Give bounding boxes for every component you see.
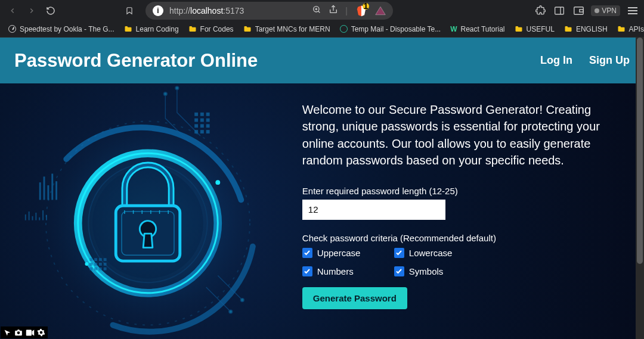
svg-rect-36: [206, 130, 210, 133]
extensions-icon[interactable]: [534, 4, 547, 17]
svg-rect-8: [574, 7, 583, 14]
checkbox-checked-icon: [302, 248, 312, 258]
svg-rect-46: [94, 267, 97, 270]
svg-rect-37: [90, 258, 93, 261]
intro-text: Welcome to our Secure Password Generator…: [302, 101, 612, 169]
bookmark-speedtest[interactable]: Speedtest by Ookla - The G...: [8, 25, 114, 33]
svg-rect-32: [200, 124, 204, 127]
site-info-icon[interactable]: i: [153, 5, 163, 16]
bookmark-page-icon[interactable]: [122, 3, 137, 18]
svg-rect-30: [206, 118, 210, 122]
circle-icon: [340, 25, 348, 33]
svg-line-3: [318, 11, 320, 13]
svg-rect-44: [104, 263, 107, 266]
criteria-uppercase[interactable]: Uppercase: [302, 248, 392, 258]
settings-tool-icon[interactable]: [36, 328, 47, 337]
hero-section: Welcome to our Secure Password Generator…: [0, 83, 644, 339]
forward-button[interactable]: [24, 3, 39, 18]
criteria-numbers-label: Numbers: [317, 266, 354, 276]
svg-rect-48: [104, 267, 107, 270]
menu-button[interactable]: [626, 4, 639, 17]
vpn-status-dot-icon: [595, 8, 599, 13]
bookmark-temp-mail[interactable]: Temp Mail - Disposable Te...: [340, 25, 441, 33]
bookmark-for-codes[interactable]: For Codes: [188, 25, 234, 33]
criteria-uppercase-label: Uppercase: [317, 248, 361, 258]
login-link[interactable]: Log In: [540, 54, 572, 67]
zoom-icon[interactable]: [312, 5, 321, 16]
svg-rect-35: [200, 130, 204, 133]
dev-overlay-tools: [1, 326, 48, 338]
signup-link[interactable]: Sign Up: [589, 54, 630, 67]
svg-rect-28: [195, 118, 199, 122]
checkbox-checked-icon: [302, 266, 312, 276]
criteria-label: Check password criteria (Recommended def…: [302, 233, 620, 243]
svg-point-67: [17, 331, 20, 334]
svg-point-66: [85, 262, 89, 266]
svg-rect-25: [195, 112, 199, 116]
bookmark-english[interactable]: ENGLISH: [564, 25, 608, 33]
back-button[interactable]: [5, 3, 20, 18]
app-header: Password Generator Online Log In Sign Up: [0, 38, 644, 83]
length-input[interactable]: [302, 200, 445, 220]
svg-marker-69: [32, 329, 34, 335]
camera-tool-icon[interactable]: [13, 328, 24, 337]
bookmark-learn-coding[interactable]: Learn Coding: [124, 25, 179, 33]
svg-marker-5: [376, 7, 386, 15]
sidepanel-icon[interactable]: [553, 4, 566, 17]
bookmark-useful[interactable]: USEFUL: [515, 25, 555, 33]
generate-button[interactable]: Generate Password: [302, 287, 407, 309]
svg-rect-6: [555, 7, 564, 14]
checkbox-checked-icon: [394, 248, 404, 258]
svg-rect-47: [99, 267, 102, 270]
svg-point-63: [229, 310, 233, 313]
address-bar[interactable]: i http://localhost:5173 | 1: [145, 2, 393, 20]
reload-button[interactable]: [43, 3, 58, 18]
svg-rect-68: [26, 329, 31, 335]
svg-rect-27: [206, 112, 210, 116]
bookmarks-bar: Speedtest by Ookla - The G... Learn Codi…: [0, 21, 644, 38]
bookmark-react-tutorial[interactable]: W React Tutorial: [450, 25, 504, 33]
svg-rect-43: [99, 263, 102, 266]
scrollbar-thumb[interactable]: [637, 38, 643, 264]
vpn-button[interactable]: VPN: [591, 5, 620, 16]
svg-point-61: [164, 92, 168, 95]
page-scrollbar[interactable]: [636, 38, 644, 339]
criteria-lowercase[interactable]: Lowercase: [394, 248, 484, 258]
length-label: Enter required password length (12-25): [302, 186, 620, 196]
wallet-card-icon[interactable]: [572, 4, 585, 17]
svg-rect-40: [104, 258, 107, 261]
svg-rect-9: [580, 9, 583, 11]
brave-shields-icon[interactable]: 1: [355, 4, 368, 17]
wallet-icon[interactable]: [375, 6, 386, 15]
svg-rect-42: [94, 263, 97, 266]
hero-illustration: [0, 83, 296, 339]
svg-rect-45: [90, 267, 93, 270]
svg-point-65: [216, 180, 221, 185]
hero-content: Welcome to our Secure Password Generator…: [296, 83, 644, 339]
criteria-symbols[interactable]: Symbols: [394, 266, 484, 276]
svg-point-62: [175, 86, 179, 89]
svg-point-64: [241, 298, 244, 301]
svg-rect-39: [99, 258, 102, 261]
share-icon[interactable]: [329, 5, 338, 16]
bookmark-apis[interactable]: APIs: [617, 25, 644, 33]
svg-rect-31: [195, 124, 199, 127]
criteria-symbols-label: Symbols: [409, 266, 444, 276]
app-title: Password Generator Online: [14, 50, 258, 71]
folder-icon: [243, 26, 252, 32]
checkbox-checked-icon: [394, 266, 404, 276]
folder-icon: [617, 26, 626, 32]
w3-icon: W: [450, 25, 457, 33]
criteria-lowercase-label: Lowercase: [409, 248, 453, 258]
folder-icon: [188, 26, 197, 32]
criteria-numbers[interactable]: Numbers: [302, 266, 392, 276]
svg-rect-38: [94, 258, 97, 261]
svg-rect-26: [200, 112, 204, 116]
bookmark-target-mncs[interactable]: Target MNCs for MERN: [243, 25, 330, 33]
video-tool-icon[interactable]: [24, 328, 35, 337]
gauge-icon: [8, 25, 16, 33]
url-text: http://localhost:5173: [169, 6, 306, 15]
inspect-tool-icon[interactable]: [2, 328, 13, 337]
folder-icon: [564, 26, 572, 32]
folder-icon: [124, 26, 132, 32]
